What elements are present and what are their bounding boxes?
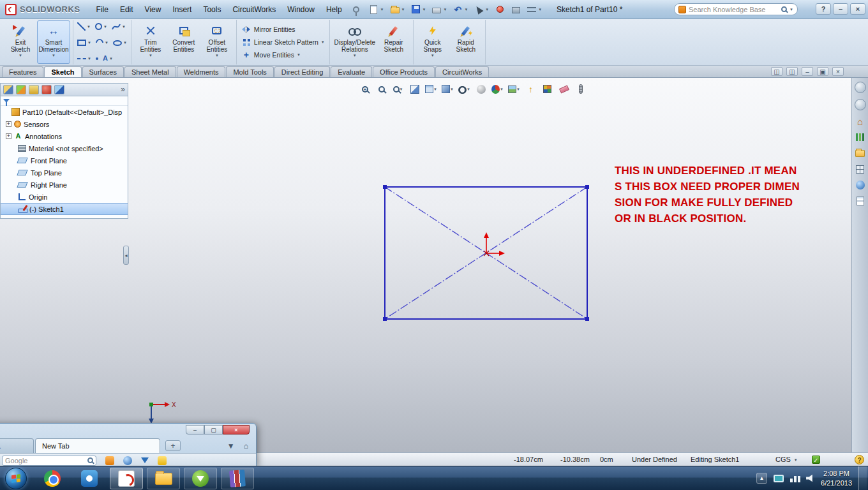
configurationmanager-tab-icon[interactable]: [29, 85, 39, 94]
tab-features[interactable]: Features: [2, 66, 43, 77]
taskbar-chrome-button[interactable]: [36, 468, 69, 489]
solidworks-resources-icon[interactable]: ⌂: [855, 116, 865, 126]
help-button[interactable]: ?: [816, 3, 831, 15]
show-hidden-icons-button[interactable]: ▲: [756, 473, 767, 484]
edit-appearance-icon[interactable]: ▼: [491, 83, 504, 95]
bolt-icon[interactable]: [574, 83, 587, 95]
taskbar-explorer-button[interactable]: [147, 468, 180, 489]
browser-search-input[interactable]: [5, 457, 85, 464]
exit-sketch-caret[interactable]: ▼: [19, 54, 22, 57]
menu-insert[interactable]: Insert: [167, 3, 197, 17]
doc-close-button[interactable]: ×: [832, 67, 844, 76]
browser-tab-1[interactable]: 8 - Yah...: [0, 438, 34, 453]
circle-caret[interactable]: ▼: [103, 25, 107, 29]
normal-to-icon[interactable]: ↑: [525, 83, 537, 95]
search-icon[interactable]: [781, 6, 787, 12]
units-caret[interactable]: ▼: [794, 458, 798, 462]
centerline-tool-button[interactable]: ▼: [76, 54, 93, 63]
tab-sketch[interactable]: Sketch: [44, 66, 81, 77]
tab-circuitworks[interactable]: CircuitWorks: [435, 66, 489, 77]
pushpin-icon[interactable]: [353, 6, 359, 13]
quick-snaps-caret[interactable]: ▼: [431, 54, 435, 57]
displaymanager-tab-icon[interactable]: [54, 85, 64, 94]
knowledge-base-search[interactable]: ▼: [674, 3, 798, 15]
design-library-icon[interactable]: [855, 132, 865, 142]
convert-entities-button[interactable]: Convert Entities: [167, 20, 200, 64]
tab-office-products[interactable]: Office Products: [373, 66, 435, 77]
offset-caret[interactable]: ▼: [215, 54, 219, 57]
tree-item-sensors[interactable]: + Sensors: [1, 118, 128, 130]
pane-split-icon[interactable]: ◫: [771, 67, 782, 76]
display-delete-relations-button[interactable]: Display/Delete Relations ▼: [333, 20, 377, 64]
mirror-entities-button[interactable]: Mirror Entities: [239, 24, 327, 35]
exit-sketch-button[interactable]: Exit Sketch ▼: [4, 20, 37, 64]
menu-edit[interactable]: Edit: [114, 3, 139, 17]
spline-tool-button[interactable]: ▼: [110, 22, 127, 31]
taskbar-winrar-button[interactable]: [221, 468, 254, 489]
tab-sheet-metal[interactable]: Sheet Metal: [124, 66, 176, 77]
section-view-icon[interactable]: [408, 83, 421, 95]
taskbar-solidworks-button[interactable]: [110, 468, 143, 489]
tree-item-annotations[interactable]: + A Annotations: [1, 130, 128, 142]
browser-close-button[interactable]: ×: [223, 425, 250, 434]
apply-scene-icon[interactable]: ▼: [508, 83, 520, 95]
centerline-caret[interactable]: ▼: [87, 57, 91, 61]
propertymanager-tab-icon[interactable]: [16, 85, 26, 94]
units-selector[interactable]: CGS ▼: [775, 453, 798, 466]
3d-drawing-views-icon[interactable]: [541, 83, 553, 95]
arc-caret[interactable]: ▼: [105, 41, 108, 45]
print-caret[interactable]: ▼: [443, 8, 447, 11]
doc-minimize-button[interactable]: –: [802, 67, 813, 76]
browser-minimize-button[interactable]: –: [186, 425, 204, 434]
menu-circuitworks[interactable]: CircuitWorks: [227, 3, 281, 17]
search-options-caret[interactable]: ▼: [789, 8, 793, 11]
view-orientation-icon[interactable]: ▼: [425, 83, 437, 95]
expand-icon[interactable]: +: [6, 133, 11, 139]
tree-item-part[interactable]: Part10 (Default<<Default>_Disp: [1, 106, 128, 118]
smart-dimension-caret[interactable]: ▼: [52, 54, 56, 57]
minimize-button[interactable]: –: [833, 3, 848, 15]
display-tray-icon[interactable]: [774, 475, 784, 482]
tab-direct-editing[interactable]: Direct Editing: [274, 66, 330, 77]
new-document-caret[interactable]: ▼: [380, 8, 384, 11]
linear-sketch-pattern-button[interactable]: Linear Sketch Pattern ▼: [239, 36, 327, 48]
text-caret[interactable]: ▼: [109, 57, 113, 61]
undo-caret[interactable]: ▼: [464, 8, 468, 11]
tree-item-right-plane[interactable]: Right Plane: [1, 179, 128, 191]
search-input[interactable]: [689, 6, 779, 13]
options-caret[interactable]: ▼: [538, 8, 542, 11]
tree-item-sketch1[interactable]: (-) Sketch1: [1, 203, 128, 215]
move-entities-button[interactable]: + Move Entities ▼: [239, 49, 327, 61]
featuremanager-tab-icon[interactable]: [3, 85, 13, 94]
circle-tool-button[interactable]: ▼: [94, 22, 108, 31]
rebuild-button[interactable]: [493, 3, 507, 16]
globe-icon[interactable]: [123, 456, 132, 465]
browser-maximize-button[interactable]: ▢: [204, 425, 223, 434]
tab-evaluate[interactable]: Evaluate: [331, 66, 372, 77]
rss-icon[interactable]: [105, 456, 114, 465]
new-document-button[interactable]: ▼: [367, 3, 386, 16]
ellipse-tool-button[interactable]: ▼: [112, 38, 128, 47]
tags-icon[interactable]: ✓: [812, 456, 820, 464]
download-icon[interactable]: [141, 457, 149, 463]
spline-caret[interactable]: ▼: [122, 25, 126, 29]
start-button[interactable]: [5, 468, 27, 489]
browser-tab-new[interactable]: New Tab: [35, 438, 160, 453]
arc-tool-button[interactable]: ▼: [94, 38, 110, 47]
toolbox-button[interactable]: [509, 3, 523, 16]
bookmark-star-icon[interactable]: [158, 456, 167, 465]
custom-properties-icon[interactable]: [855, 196, 865, 206]
browser-search-icon[interactable]: [87, 457, 93, 463]
dimxpertmanager-tab-icon[interactable]: [41, 85, 52, 94]
offset-entities-button[interactable]: Offset Entities ▼: [200, 20, 234, 64]
text-tool-button[interactable]: A▼: [101, 54, 114, 63]
tab-weldments[interactable]: Weldments: [177, 66, 226, 77]
tab-mold-tools[interactable]: Mold Tools: [226, 66, 273, 77]
tree-filter-bar[interactable]: [1, 96, 128, 106]
close-button[interactable]: ×: [850, 3, 865, 15]
zoom-to-area-icon[interactable]: [375, 83, 387, 95]
menu-help[interactable]: Help: [320, 3, 348, 17]
file-explorer-icon[interactable]: [855, 148, 865, 158]
move-entities-caret[interactable]: ▼: [297, 53, 301, 57]
save-button[interactable]: ▼: [408, 3, 428, 16]
